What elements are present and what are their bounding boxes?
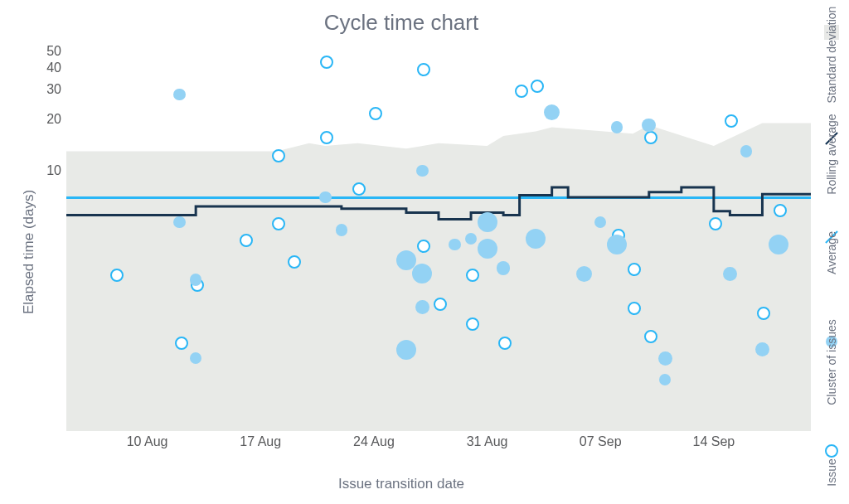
y-tick: 30	[41, 82, 61, 97]
cluster-point[interactable]	[190, 352, 201, 364]
plot-area[interactable]	[66, 51, 811, 431]
average-line	[66, 196, 811, 199]
cluster-point[interactable]	[723, 267, 737, 281]
issue-point[interactable]	[466, 317, 479, 331]
issue-point[interactable]	[417, 240, 430, 253]
legend-label-avg: Average	[825, 231, 838, 274]
cluster-point[interactable]	[544, 104, 560, 120]
chart-title: Cycle time chart	[0, 10, 803, 36]
cluster-point[interactable]	[416, 165, 428, 177]
cluster-point[interactable]	[449, 239, 460, 250]
cluster-point[interactable]	[190, 274, 201, 285]
cluster-point[interactable]	[478, 212, 497, 232]
legend-label-issue: Issue	[825, 458, 838, 486]
chart-wrap: Cycle time chart Elapsed time (days) Iss…	[0, 0, 849, 504]
issue-point[interactable]	[352, 182, 366, 196]
legend-std: Standard deviation	[784, 25, 849, 61]
legend-swatch-issue	[825, 444, 838, 458]
cluster-point[interactable]	[412, 264, 432, 284]
cluster-point[interactable]	[611, 121, 623, 133]
cluster-point[interactable]	[497, 261, 511, 275]
issue-point[interactable]	[320, 56, 333, 69]
issue-point[interactable]	[240, 234, 253, 247]
legend-issue: Issue	[817, 444, 845, 479]
cluster-point[interactable]	[336, 224, 347, 235]
issue-point[interactable]	[757, 307, 770, 320]
legend-label-cluster: Cluster of issues	[825, 319, 838, 405]
issue-point[interactable]	[288, 255, 301, 269]
cluster-point[interactable]	[607, 235, 627, 254]
x-tick: 31 Aug	[467, 434, 508, 449]
issue-point[interactable]	[531, 80, 544, 93]
legend: Standard deviation Rolling average Avera…	[816, 25, 847, 479]
legend-cluster: Cluster of issues	[788, 336, 849, 369]
x-tick: 14 Sep	[693, 434, 735, 449]
cluster-point[interactable]	[173, 216, 185, 228]
issue-point[interactable]	[369, 107, 382, 120]
issue-point[interactable]	[774, 204, 787, 217]
x-tick: 24 Aug	[353, 434, 395, 449]
issue-point[interactable]	[628, 302, 641, 315]
cluster-point[interactable]	[658, 351, 672, 366]
cluster-point[interactable]	[319, 191, 331, 203]
y-tick: 40	[41, 61, 61, 75]
issue-point[interactable]	[515, 85, 528, 98]
y-tick: 10	[41, 163, 61, 178]
issue-point[interactable]	[628, 263, 641, 276]
issue-point[interactable]	[417, 63, 430, 76]
legend-avg: Average	[810, 236, 849, 259]
issue-point[interactable]	[272, 149, 285, 162]
cluster-point[interactable]	[659, 374, 671, 385]
issue-point[interactable]	[110, 269, 124, 282]
cluster-point[interactable]	[478, 239, 497, 259]
cluster-point[interactable]	[173, 89, 185, 100]
cluster-point[interactable]	[465, 233, 477, 245]
x-tick: 17 Aug	[240, 434, 281, 449]
issue-point[interactable]	[644, 131, 657, 144]
issue-point[interactable]	[175, 337, 188, 350]
svg-marker-0	[66, 124, 811, 431]
issue-point[interactable]	[466, 269, 479, 282]
cluster-point[interactable]	[396, 340, 416, 360]
issue-point[interactable]	[644, 330, 657, 343]
issue-point[interactable]	[320, 131, 333, 144]
issue-point[interactable]	[725, 114, 738, 128]
y-tick: 50	[41, 44, 61, 59]
cluster-point[interactable]	[755, 342, 769, 356]
issue-point[interactable]	[272, 217, 285, 230]
x-tick: 10 Aug	[127, 434, 168, 449]
cluster-point[interactable]	[594, 216, 606, 228]
cluster-point[interactable]	[740, 145, 752, 157]
legend-rolling-avg: Rolling average	[791, 138, 849, 161]
cluster-point[interactable]	[576, 266, 592, 282]
issue-point[interactable]	[498, 337, 512, 350]
x-tick: 07 Sep	[580, 434, 622, 449]
cluster-point[interactable]	[415, 300, 429, 314]
cluster-point[interactable]	[642, 119, 656, 133]
cluster-point[interactable]	[769, 235, 788, 254]
y-tick: 20	[41, 112, 61, 127]
legend-label-std: Standard deviation	[825, 7, 838, 104]
x-axis-label: Issue transition date	[0, 476, 803, 492]
issue-point[interactable]	[434, 298, 447, 311]
issue-point[interactable]	[709, 217, 722, 230]
legend-label-ra: Rolling average	[825, 114, 838, 194]
cluster-point[interactable]	[526, 229, 546, 249]
y-axis-label: Elapsed time (days)	[21, 190, 37, 314]
